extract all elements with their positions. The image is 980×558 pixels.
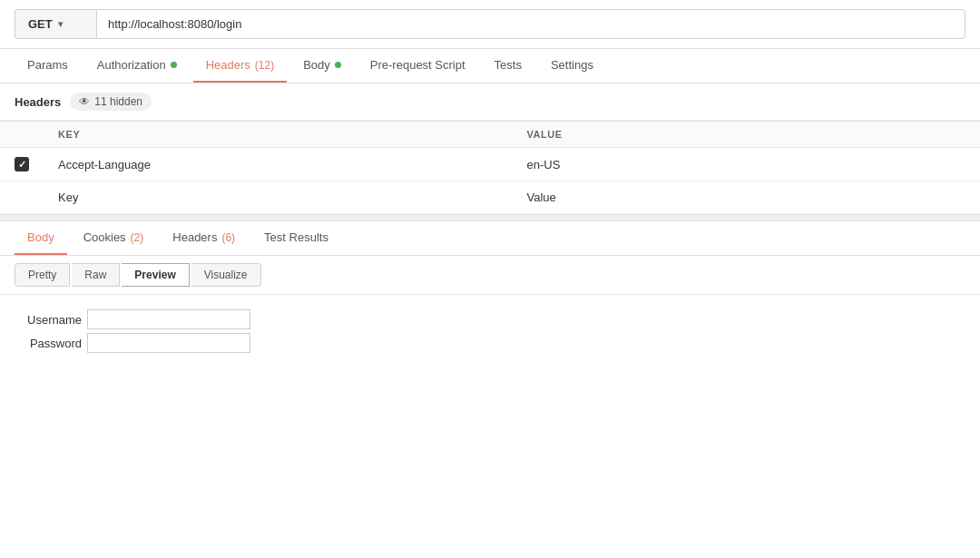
tab-settings[interactable]: Settings	[538, 49, 606, 83]
headers-table: KEY VALUE ✓ Accept-Language en-US Key Va…	[0, 121, 980, 214]
hidden-badge[interactable]: 👁 11 hidden	[70, 93, 152, 111]
tab-headers[interactable]: Headers (12)	[193, 49, 287, 83]
tab-body[interactable]: Body	[290, 49, 354, 83]
username-input[interactable]	[87, 309, 250, 329]
tab-settings-label: Settings	[551, 58, 593, 72]
section-divider	[0, 214, 980, 221]
response-tabs: Body Cookies (2) Headers (6) Test Result…	[0, 221, 980, 256]
rtab-headers-label: Headers	[172, 230, 217, 244]
headers-section-title: Headers	[15, 95, 61, 109]
col-header-value: VALUE	[512, 122, 980, 148]
hidden-count-label: 11 hidden	[94, 95, 142, 108]
url-bar: GET ▾	[0, 0, 980, 49]
ftab-visualize-label: Visualize	[204, 269, 248, 281]
ftab-pretty-label: Pretty	[28, 269, 56, 281]
password-input[interactable]	[87, 333, 250, 353]
checkbox-checked-icon[interactable]: ✓	[15, 157, 29, 171]
tab-headers-label: Headers	[206, 58, 250, 72]
tab-body-label: Body	[303, 58, 330, 72]
ftab-raw-label: Raw	[84, 269, 106, 281]
col-header-checkbox	[0, 122, 44, 148]
ftab-raw[interactable]: Raw	[72, 263, 120, 287]
row2-value-placeholder[interactable]: Value	[512, 181, 980, 214]
format-tabs: Pretty Raw Preview Visualize	[0, 256, 980, 295]
tab-pre-request-script[interactable]: Pre-request Script	[358, 49, 478, 83]
eye-icon: 👁	[79, 95, 90, 108]
headers-badge: (12)	[255, 59, 274, 72]
ftab-pretty[interactable]: Pretty	[15, 263, 70, 287]
username-label: Username	[18, 313, 82, 327]
rtab-body-label: Body	[27, 230, 54, 244]
tab-authorization[interactable]: Authorization	[84, 49, 190, 83]
tab-authorization-label: Authorization	[97, 58, 166, 72]
method-chevron: ▾	[58, 19, 63, 29]
row1-key[interactable]: Accept-Language	[44, 148, 512, 181]
rtab-body[interactable]: Body	[15, 221, 67, 255]
row2-key-placeholder[interactable]: Key	[44, 181, 512, 214]
rtab-test-results-label: Test Results	[264, 230, 328, 244]
ftab-preview-label: Preview	[134, 269, 175, 281]
tab-tests-label: Tests	[495, 58, 522, 72]
preview-content: Username Password	[0, 295, 980, 371]
cookies-badge: (2)	[131, 231, 144, 244]
row1-checkbox-cell[interactable]: ✓	[0, 148, 44, 181]
tab-pre-request-label: Pre-request Script	[370, 58, 466, 72]
table-row: ✓ Accept-Language en-US	[0, 148, 980, 181]
method-select[interactable]: GET ▾	[15, 9, 96, 39]
col-header-key: KEY	[44, 122, 512, 148]
ftab-preview[interactable]: Preview	[122, 263, 189, 287]
authorization-dot	[171, 62, 177, 68]
tab-params-label: Params	[27, 58, 68, 72]
headers-section-header: Headers 👁 11 hidden	[0, 83, 980, 121]
tab-params[interactable]: Params	[15, 49, 81, 83]
rtab-headers[interactable]: Headers (6)	[160, 221, 248, 255]
method-label: GET	[28, 17, 53, 31]
table-row: Key Value	[0, 181, 980, 214]
body-dot	[335, 62, 341, 68]
row1-value[interactable]: en-US	[512, 148, 980, 181]
tab-tests[interactable]: Tests	[482, 49, 534, 83]
url-input[interactable]	[96, 9, 965, 39]
response-headers-badge: (6)	[221, 231, 235, 244]
password-label: Password	[18, 337, 82, 350]
password-row: Password	[18, 333, 962, 353]
rtab-cookies[interactable]: Cookies (2)	[71, 221, 157, 255]
row2-checkbox-cell[interactable]	[0, 181, 44, 214]
rtab-cookies-label: Cookies	[83, 230, 126, 244]
ftab-visualize[interactable]: Visualize	[191, 263, 261, 287]
username-row: Username	[18, 309, 962, 329]
rtab-test-results[interactable]: Test Results	[251, 221, 341, 255]
request-tabs: Params Authorization Headers (12) Body P…	[0, 49, 980, 83]
